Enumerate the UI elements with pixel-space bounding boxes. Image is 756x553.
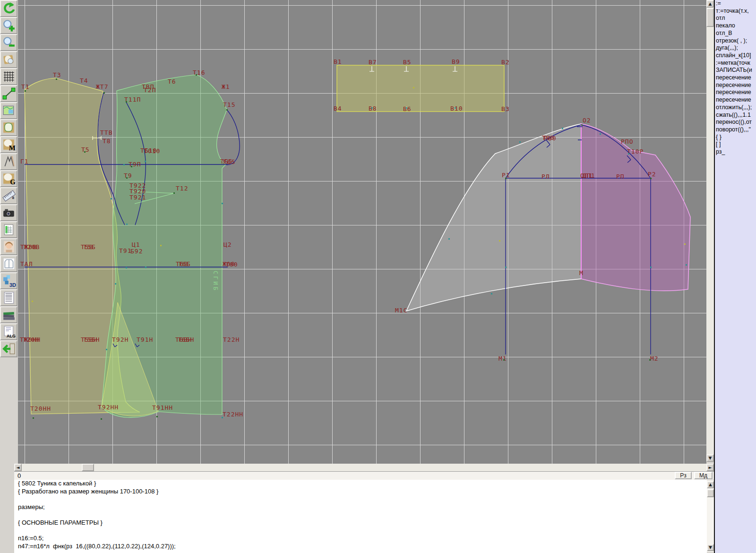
ruler-icon[interactable]: 8	[0, 187, 17, 204]
point-label-Ц1[interactable]: Ц1	[132, 241, 140, 248]
point-marker[interactable]	[56, 78, 57, 80]
canvas-hscrollbar[interactable]: ◄ ►	[14, 464, 714, 471]
md-button[interactable]: Мд	[694, 472, 713, 479]
program-text-editor[interactable]: { 5802 Туника с капелькой }{ Разработано…	[14, 479, 707, 553]
point-label-Т6[interactable]: Т6	[168, 78, 176, 85]
point-label-Т5БН[interactable]: Т5БН	[83, 336, 100, 343]
camera-icon[interactable]	[0, 204, 17, 221]
scroll-left-icon[interactable]: ◄	[14, 464, 22, 471]
point-label-М1[interactable]: М1	[498, 355, 507, 362]
point-label-Т12[interactable]: Т12	[176, 185, 188, 192]
point-label-ТАЛ[interactable]: ТАЛ	[20, 260, 33, 268]
exit-icon[interactable]	[0, 340, 17, 357]
point-marker[interactable]	[628, 153, 629, 155]
function-list-item[interactable]: т:=точка(т.х,	[715, 8, 756, 15]
point-label-Т20НН[interactable]: Т20НН	[30, 405, 51, 412]
point-marker[interactable]	[505, 267, 507, 268]
function-list-item[interactable]: отрезок( , );	[715, 37, 756, 45]
point-label-Т10Р[interactable]: Т10Р	[627, 148, 644, 155]
point-label-ГБ5[interactable]: ГБ5	[223, 158, 235, 165]
point-marker[interactable]	[25, 90, 26, 92]
point-label-Т4[interactable]: Т4	[80, 77, 88, 84]
point-label-Б92[interactable]: Б92	[130, 248, 143, 255]
rz-button[interactable]: Рз	[675, 472, 692, 479]
point-label-В3[interactable]: В3	[501, 105, 510, 112]
point-marker[interactable]	[145, 267, 146, 268]
vscroll-thumb[interactable]	[706, 8, 714, 27]
point-label-Т1[interactable]: Т1	[21, 83, 30, 90]
view-piece-icon[interactable]	[0, 51, 17, 68]
point-marker[interactable]	[106, 349, 107, 350]
point-label-Т2П[interactable]: Т2П	[144, 86, 156, 94]
console-scroll-thumb[interactable]	[707, 489, 714, 497]
point-marker[interactable]	[519, 141, 521, 143]
pieces-icon[interactable]	[0, 119, 17, 136]
function-list-item[interactable]: пересечение	[715, 89, 756, 96]
function-list-item[interactable]: :=метка(точк	[715, 60, 756, 67]
jacket-icon[interactable]	[0, 255, 17, 272]
point-marker[interactable]	[650, 178, 652, 179]
point-marker[interactable]	[126, 267, 127, 268]
point-label-В5[interactable]: В5	[403, 59, 412, 66]
point-label-М[interactable]: М	[579, 269, 584, 276]
point-label-ТТВ[interactable]: ТТВ	[100, 129, 112, 136]
books-icon[interactable]	[0, 306, 17, 323]
point-label-Т91НН[interactable]: Т91НН	[152, 404, 173, 411]
point-marker[interactable]	[32, 301, 33, 302]
point-label-РП[interactable]: РП	[616, 173, 625, 180]
point-label-Т5Б[interactable]: Т5Б	[83, 243, 95, 251]
point-marker[interactable]	[126, 101, 127, 103]
point-label-В6[interactable]: В6	[403, 105, 412, 112]
point-marker[interactable]	[226, 109, 228, 111]
function-list-item[interactable]: сжать((),,,1.1	[715, 112, 756, 119]
point-marker[interactable]	[101, 418, 102, 420]
point-marker[interactable]	[455, 107, 456, 109]
point-label-РЛ[interactable]: РЛ	[541, 173, 550, 180]
point-marker[interactable]	[222, 417, 223, 418]
scroll-down-icon[interactable]: ▼	[706, 454, 714, 462]
point-label-Т92Н[interactable]: Т92Н	[112, 336, 129, 343]
point-label-Т22НН[interactable]: Т22НН	[223, 411, 243, 418]
point-marker[interactable]	[126, 177, 128, 179]
function-list-item[interactable]: отл	[715, 15, 756, 22]
threed-icon[interactable]: 3D	[0, 272, 17, 289]
letter-m-icon[interactable]: M	[0, 136, 17, 153]
point-label-О2[interactable]: О2	[583, 117, 591, 124]
function-list-item[interactable]: пересечение	[715, 82, 756, 89]
point-label-В1[interactable]: В1	[334, 58, 342, 65]
point-marker[interactable]	[173, 192, 175, 194]
function-list-item[interactable]: отл_В	[715, 30, 756, 37]
point-label-В7[interactable]: В7	[369, 59, 377, 66]
point-marker[interactable]	[499, 240, 500, 242]
pattern-canvas[interactable]: Т1Т3Т4ЖТ7ТВПТ2ПТ6Т16Ж1Т11ПТ15ТТВТ8Т5ТБ10…	[18, 0, 706, 464]
drafting-tools-icon[interactable]	[0, 153, 17, 170]
function-list-item[interactable]: сплайн_к[10]	[715, 52, 756, 60]
point-label-ЖТ7[interactable]: ЖТ7	[96, 83, 108, 90]
zoom-in-icon[interactable]	[0, 17, 17, 34]
function-list-item[interactable]: рз_	[715, 148, 756, 156]
undo-icon[interactable]	[0, 0, 17, 17]
point-marker[interactable]	[131, 166, 132, 167]
letter-g-icon[interactable]: G	[0, 170, 17, 187]
scroll-up-icon[interactable]: ▲	[707, 481, 714, 488]
point-marker[interactable]	[115, 283, 116, 285]
portrait-icon[interactable]	[0, 238, 17, 255]
point-marker[interactable]	[103, 92, 105, 94]
point-marker[interactable]	[196, 74, 197, 76]
point-label-Т3[interactable]: Т3	[53, 71, 61, 78]
point-label-Т6БН[interactable]: Т6БН	[178, 336, 194, 343]
point-label-Т22Н[interactable]: Т22Н	[223, 336, 240, 343]
point-marker[interactable]	[491, 293, 492, 294]
console-vscrollbar[interactable]: ▲ ▼	[707, 480, 714, 552]
point-label-ДП1[interactable]: ДП1	[583, 172, 595, 179]
zoom-out-icon[interactable]	[0, 34, 17, 51]
point-label-Г1[interactable]: Г1	[20, 158, 29, 165]
point-label-Т9[interactable]: Т9	[124, 172, 132, 179]
point-label-В10[interactable]: В10	[450, 105, 463, 112]
segment-icon[interactable]	[0, 85, 17, 102]
point-label-В2[interactable]: В2	[501, 59, 510, 66]
point-marker[interactable]	[84, 151, 86, 153]
point-label-Ц2[interactable]: Ц2	[223, 241, 232, 248]
point-label-М1С[interactable]: М1С	[395, 307, 407, 314]
point-marker[interactable]	[581, 124, 583, 126]
